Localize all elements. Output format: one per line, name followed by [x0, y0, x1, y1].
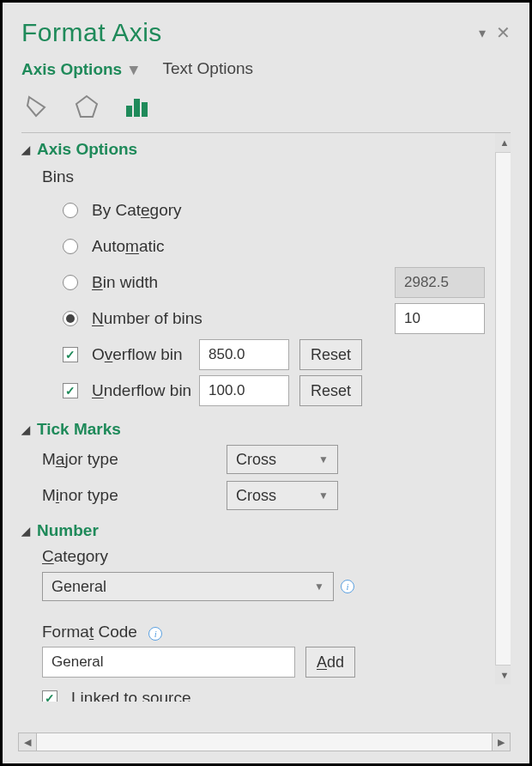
number-of-bins-label: Number of bins [92, 309, 395, 328]
overflow-reset-button[interactable]: Reset [299, 339, 362, 370]
format-axis-panel: Format Axis ▾ ✕ Axis Options ▾ Text Opti… [0, 0, 532, 766]
checkbox-underflow-bin[interactable] [63, 383, 78, 398]
category-label: Category [42, 547, 485, 566]
radio-automatic[interactable] [63, 239, 78, 254]
tab-axis-options[interactable]: Axis Options ▾ [21, 59, 138, 79]
panel-title: Format Axis [21, 18, 479, 47]
category-select[interactable]: General▼ [42, 572, 334, 601]
close-icon[interactable]: ✕ [496, 22, 511, 43]
linked-to-source-label: Linked to source [71, 689, 485, 702]
overflow-bin-input[interactable] [199, 339, 289, 370]
collapse-icon: ◢ [21, 525, 30, 538]
radio-number-of-bins[interactable] [63, 311, 78, 326]
info-icon[interactable]: i [341, 580, 354, 593]
bin-width-label: Bin width [92, 273, 395, 292]
panel-menu-icon[interactable]: ▾ [479, 25, 486, 41]
scroll-track[interactable] [37, 733, 492, 751]
scroll-left-icon[interactable]: ◀ [18, 733, 37, 751]
underflow-bin-input[interactable] [199, 375, 289, 406]
add-button[interactable]: Add [305, 647, 355, 678]
section-axis-options[interactable]: ◢ Axis Options [21, 140, 485, 159]
format-code-input[interactable] [42, 647, 295, 678]
chevron-down-icon: ▼ [314, 581, 324, 593]
radio-bin-width[interactable] [63, 275, 78, 290]
section-tick-marks[interactable]: ◢ Tick Marks [21, 420, 485, 439]
major-type-label: Major type [42, 450, 227, 469]
collapse-icon: ◢ [21, 423, 30, 436]
svg-rect-1 [126, 106, 132, 117]
info-icon[interactable]: i [148, 627, 162, 641]
overflow-bin-label: Overflow bin [92, 345, 199, 364]
bin-width-input [395, 267, 485, 298]
fill-line-icon[interactable] [21, 91, 52, 122]
horizontal-scrollbar[interactable]: ◀ ▶ [18, 733, 511, 751]
axis-options-icon[interactable] [121, 91, 152, 122]
automatic-label: Automatic [92, 237, 485, 256]
vertical-scrollbar[interactable]: ▲ ▼ [495, 133, 511, 684]
major-type-select[interactable]: Cross▼ [227, 445, 338, 474]
minor-type-select[interactable]: Cross▼ [227, 481, 338, 510]
section-number[interactable]: ◢ Number [21, 521, 485, 540]
checkbox-overflow-bin[interactable] [63, 347, 78, 362]
effects-icon[interactable] [71, 91, 102, 122]
svg-rect-2 [134, 99, 140, 117]
svg-marker-0 [76, 96, 97, 117]
underflow-reset-button[interactable]: Reset [299, 375, 362, 406]
radio-by-category[interactable] [63, 203, 78, 218]
bins-label: Bins [42, 167, 485, 186]
svg-rect-3 [142, 102, 148, 117]
scroll-track[interactable] [495, 152, 511, 666]
underflow-bin-label: Underflow bin [92, 381, 199, 400]
by-category-label: By Category [92, 201, 485, 220]
scroll-down-icon[interactable]: ▼ [495, 666, 511, 684]
tab-text-options[interactable]: Text Options [162, 59, 253, 79]
scroll-up-icon[interactable]: ▲ [495, 133, 511, 152]
chevron-down-icon: ▼ [318, 489, 329, 502]
format-code-label: Format Code i [42, 623, 485, 641]
format-toolbar [21, 91, 511, 122]
scroll-right-icon[interactable]: ▶ [492, 733, 511, 751]
collapse-icon: ◢ [21, 143, 30, 156]
chevron-down-icon: ▼ [318, 453, 329, 465]
checkbox-linked-to-source[interactable] [42, 690, 57, 702]
minor-type-label: Minor type [42, 486, 227, 505]
number-of-bins-input[interactable] [395, 303, 485, 334]
